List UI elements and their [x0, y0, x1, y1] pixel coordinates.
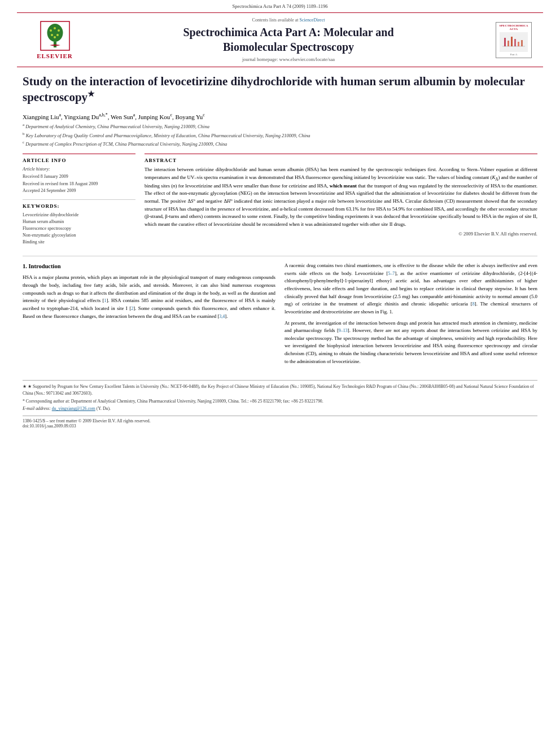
doi-line: doi:10.1016/j.saa.2009.09.033: [23, 423, 537, 429]
ref-8[interactable]: 8: [473, 302, 475, 307]
authors-line: Xiangping Liua, Yingxiang Dua,b,*, Wen S…: [23, 112, 537, 120]
abstract-section: ABSTRACT The interaction between cetiriz…: [145, 154, 537, 237]
ref-1[interactable]: 1: [104, 298, 106, 303]
svg-point-4: [50, 29, 52, 32]
spectrochim-logo-title: SPECTROCHIMICAACTA: [499, 24, 528, 31]
homepage-label: journal homepage: www.elsevier.com/locat…: [242, 56, 335, 62]
copyright-line: © 2009 Elsevier B.V. All rights reserved…: [145, 231, 537, 237]
intro-para-1: HSA is a major plasma protein, which pla…: [23, 274, 275, 320]
aff-c-text: Department of Complex Prescription of TC…: [25, 141, 227, 147]
body-col-right: A racemic drug contains two chiral enant…: [285, 262, 537, 369]
author4-sup: c: [170, 112, 172, 117]
article-info-heading: ARTICLE INFO: [23, 158, 135, 163]
keywords-section: Keywords: Levocetirizine dihydrochloride…: [23, 199, 135, 246]
journal-homepage: journal homepage: www.elsevier.com/locat…: [91, 56, 485, 62]
author2-sup: a,b,*: [99, 112, 108, 117]
keyword-1: Levocetirizine dihydrochloride: [23, 212, 135, 219]
affiliation-a: a Department of Analytical Chemistry, Ch…: [23, 122, 537, 130]
footnote-email: E-mail address: du_yingxiang@126.com (Y.…: [23, 405, 537, 412]
page: Spectrochimica Acta Part A 74 (2009) 118…: [0, 0, 560, 429]
svg-point-6: [58, 29, 60, 32]
svg-rect-10: [500, 32, 528, 52]
keyword-2: Human serum albumin: [23, 219, 135, 225]
corresponding-text: * Corresponding author at: Department of…: [23, 399, 323, 404]
svg-rect-12: [504, 38, 506, 46]
revised-date: Received in revised form 18 August 2009: [23, 181, 135, 188]
svg-point-9: [54, 36, 56, 38]
aff-b-text: Key Laboratory of Drug Quality Control a…: [26, 133, 310, 138]
history-label: Article history:: [23, 166, 135, 173]
journal-logo-area: SPECTROCHIMICAACTA Part A: [491, 22, 536, 58]
spectrochim-logo-graphic: [500, 32, 528, 52]
affiliation-c: c Department of Complex Prescription of …: [23, 139, 537, 148]
accepted-date: Accepted 24 September 2009: [23, 187, 135, 195]
svg-point-8: [56, 34, 59, 36]
affiliations: a Department of Analytical Chemistry, Ch…: [23, 122, 537, 148]
main-content: Study on the interaction of levocetirizi…: [0, 69, 560, 374]
received-date: Received 8 January 2009: [23, 173, 135, 181]
keywords-heading: Keywords:: [23, 203, 135, 209]
ref-9-13[interactable]: 9–13: [339, 328, 348, 333]
email-suffix: (Y. Du).: [97, 406, 111, 411]
bottom-strip: 1386-1425/$ – see front matter © 2009 El…: [23, 416, 537, 429]
journal-citation: Spectrochimica Acta Part A 74 (2009) 118…: [0, 0, 560, 10]
ref-2[interactable]: 2: [131, 306, 133, 311]
author1-sup: a: [59, 112, 61, 117]
citation-text: Spectrochimica Acta Part A 74 (2009) 118…: [233, 3, 328, 9]
elsevier-logo: ELSEVIER: [24, 20, 86, 59]
article-meta-row: ARTICLE INFO Article history: Received 8…: [23, 154, 537, 250]
elsevier-label: ELSEVIER: [37, 53, 73, 59]
svg-point-3: [47, 24, 63, 42]
star-note-text: ★ Supported by Program for New Century E…: [23, 384, 534, 396]
body-two-col: 1. Introduction HSA is a major plasma pr…: [23, 262, 537, 369]
keyword-4: Non-enzymatic glycosylation: [23, 232, 135, 239]
article-info-col: ARTICLE INFO Article history: Received 8…: [23, 154, 135, 250]
section1-heading: 1. Introduction: [23, 262, 275, 271]
contents-available-line: Contents lists available at ScienceDirec…: [91, 18, 485, 23]
elsevier-logo-area: ELSEVIER: [24, 20, 86, 59]
elsevier-tree-icon: [40, 20, 71, 51]
footnote-star: ★ ★ Supported by Program for New Century…: [23, 383, 537, 396]
abstract-col: ABSTRACT The interaction between cetiriz…: [145, 154, 537, 250]
aff-b-sup: b: [23, 132, 25, 136]
keyword-3: Fluorescence spectroscopy: [23, 225, 135, 232]
abstract-heading: ABSTRACT: [145, 158, 537, 163]
svg-rect-15: [514, 39, 516, 46]
aff-a-sup: a: [23, 123, 24, 127]
affiliation-b: b Key Laboratory of Drug Quality Control…: [23, 131, 537, 139]
journal-title-area: Contents lists available at ScienceDirec…: [86, 18, 491, 62]
abstract-text: The interaction between cetirizine dihyd…: [145, 166, 537, 228]
spectrochim-logo-sub: Part A: [510, 53, 518, 56]
aff-a-text: Department of Analytical Chemistry, Chin…: [25, 124, 209, 129]
ref-5-7[interactable]: 5–7: [388, 271, 395, 276]
email-link[interactable]: du_yingxiang@126.com: [52, 406, 95, 411]
article-info-section: ARTICLE INFO Article history: Received 8…: [23, 154, 135, 246]
svg-rect-13: [508, 41, 509, 46]
spectrochimica-logo: SPECTROCHIMICAACTA Part A: [496, 22, 532, 58]
section-divider: [23, 256, 537, 256]
journal-title: Spectrochimica Acta Part A: Molecular an…: [91, 25, 485, 54]
ref-3-4[interactable]: 3,4: [219, 314, 225, 319]
article-title: Study on the interaction of levocetirizi…: [23, 74, 537, 108]
svg-point-5: [54, 27, 56, 29]
issn-line: 1386-1425/$ – see front matter © 2009 El…: [23, 418, 537, 423]
title-star: ★: [88, 90, 95, 98]
keyword-5: Binding site: [23, 239, 135, 246]
intro-para-3: At present, the investigation of the int…: [285, 320, 537, 366]
author3-sup: a: [133, 112, 135, 117]
author5-sup: c: [203, 112, 205, 117]
aff-c-sup: c: [23, 140, 24, 145]
svg-rect-14: [511, 37, 513, 46]
journal-banner: ELSEVIER Contents lists available at Sci…: [17, 12, 543, 67]
email-label: E-mail address:: [23, 406, 51, 411]
svg-rect-17: [521, 40, 523, 46]
footnotes-area: ★ ★ Supported by Program for New Century…: [23, 380, 537, 412]
footnote-corresponding: * Corresponding author at: Department of…: [23, 398, 537, 405]
contents-text: Contents lists available at: [252, 18, 299, 23]
body-col-left: 1. Introduction HSA is a major plasma pr…: [23, 262, 275, 369]
article-history: Article history: Received 8 January 2009…: [23, 166, 135, 195]
intro-para-2: A racemic drug contains two chiral enant…: [285, 262, 537, 316]
svg-point-7: [51, 34, 53, 36]
svg-rect-16: [518, 42, 519, 46]
sciencedirect-link[interactable]: ScienceDirect: [300, 18, 325, 23]
